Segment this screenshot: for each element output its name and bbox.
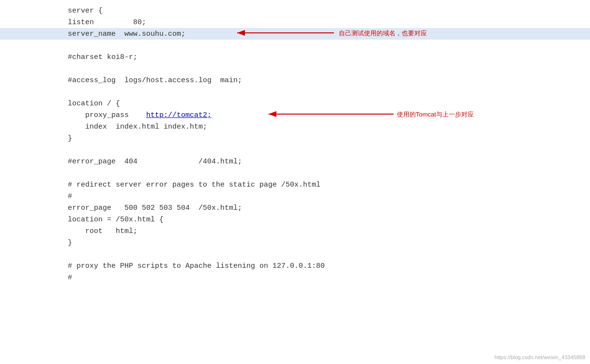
code-text-9: location / { (0, 100, 120, 108)
annotation-tomcat: 使用的Tomcat与上一步对应 (397, 110, 474, 119)
code-line-5: #charset koi8-r; (0, 51, 590, 63)
code-text-12: } (0, 134, 72, 143)
code-line-7: #access_log logs/host.access.log main; (0, 74, 590, 86)
code-line-1: server { (0, 5, 590, 16)
code-text-18: error_page 500 502 503 504 /50x.html; (0, 204, 242, 212)
code-text-11: index index.html index.htm; (0, 123, 207, 131)
code-text-14: #error_page 404 /404.html; (0, 158, 242, 166)
code-line-11: index index.html index.htm; (0, 121, 590, 132)
code-line-23: # proxy the PHP scripts to Apache listen… (0, 260, 590, 272)
code-line-17: # (0, 190, 590, 202)
code-line-14: #error_page 404 /404.html; (0, 156, 590, 167)
code-line-4 (0, 40, 590, 51)
code-line-6 (0, 63, 590, 74)
code-text-5: #charset koi8-r; (0, 53, 137, 61)
code-line-21: } (0, 237, 590, 248)
code-text-20: root html; (0, 227, 137, 235)
code-text-17: # (0, 192, 72, 201)
code-line-8 (0, 86, 590, 98)
code-text-19: location = /50x.html { (0, 216, 164, 224)
code-text-21: } (0, 239, 72, 247)
code-text-10: proxy_pass http://tomcat2; (0, 111, 212, 119)
code-text-1: server { (0, 7, 103, 15)
code-text-3: server_name www.souhu.com; (0, 30, 185, 38)
code-text-7: #access_log logs/host.access.log main; (0, 76, 242, 85)
code-text-16: # redirect server error pages to the sta… (0, 181, 320, 189)
code-line-9: location / { (0, 98, 590, 109)
code-line-3: server_name www.souhu.com; 自己测试使用的域名，也要对… (0, 28, 590, 40)
code-line-13 (0, 144, 590, 156)
code-text-2: listen 80; (0, 18, 146, 27)
annotation-domain: 自己测试使用的域名，也要对应 (339, 29, 427, 38)
code-line-20: root html; (0, 225, 590, 237)
code-text-23: # proxy the PHP scripts to Apache listen… (0, 262, 325, 270)
code-line-15 (0, 167, 590, 179)
code-line-18: error_page 500 502 503 504 /50x.html; (0, 202, 590, 214)
code-line-10: proxy_pass http://tomcat2; 使用的Tomcat与上一步… (0, 109, 590, 121)
code-line-2: listen 80; (0, 16, 590, 28)
code-line-24: # (0, 272, 590, 283)
code-text-24: # (0, 274, 72, 282)
code-container: server { listen 80; server_name www.souh… (0, 0, 590, 364)
code-line-12: } (0, 132, 590, 144)
code-line-16: # redirect server error pages to the sta… (0, 179, 590, 190)
code-line-19: location = /50x.html { (0, 214, 590, 225)
code-line-22 (0, 248, 590, 260)
proxy-pass-link[interactable]: http://tomcat2; (146, 111, 212, 119)
watermark: https://blog.csdn.net/weixin_43345868 (495, 354, 585, 360)
